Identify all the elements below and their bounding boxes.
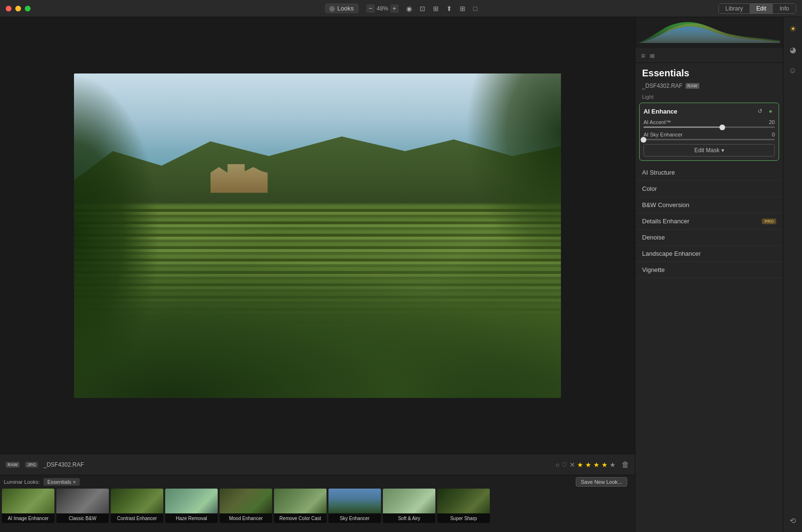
panel-item-ai-structure[interactable]: AI Structure <box>635 165 783 181</box>
jpg-badge: JPG <box>25 462 38 468</box>
ai-structure-label: AI Structure <box>642 169 675 176</box>
looks-button[interactable]: ◎ Looks <box>325 3 359 13</box>
ai-accent-label: AI Accent™ <box>644 119 671 125</box>
panel-tabs: ≡ ≣ <box>635 48 783 63</box>
zoom-level: 48% <box>377 5 388 12</box>
ai-enhance-title: AI Enhance <box>644 108 677 115</box>
star-1[interactable]: ★ <box>577 461 583 469</box>
panel-item-denoise[interactable]: Denoise <box>635 229 783 246</box>
zoom-plus-button[interactable]: + <box>390 4 399 13</box>
filmstrip-item-sky-enhancer[interactable]: Sky Enhancer <box>328 489 381 523</box>
panel-item-color[interactable]: Color <box>635 181 783 197</box>
filmstrip-thumb <box>437 489 490 513</box>
monitor-icon[interactable]: □ <box>473 5 477 12</box>
ai-sky-slider[interactable] <box>644 139 775 140</box>
bottom-bar: RAW JPG _DSF4302.RAF ○ ♡ ✕ ★ ★ ★ ★ ★ 🗑 <box>0 454 635 475</box>
essentials-title: Essentials <box>635 63 783 81</box>
tab-edit[interactable]: Edit <box>749 4 773 13</box>
save-new-look-button[interactable]: Save New Look... <box>576 477 627 487</box>
filmstrip-item-remove-color-cast[interactable]: Remove Color Cast <box>274 489 327 523</box>
eye-icon[interactable]: ◉ <box>406 5 412 12</box>
looks-icon: ◎ <box>329 5 335 12</box>
filmstrip-thumb <box>274 489 327 513</box>
compare-icon[interactable]: ⊞ <box>433 5 439 12</box>
ai-enhance-toggle-button[interactable]: ● <box>766 107 775 115</box>
grid-icon[interactable]: ⊞ <box>460 5 465 12</box>
share-icon[interactable]: ⬆ <box>446 5 452 12</box>
titlebar-right: Library Edit Info <box>718 3 796 14</box>
traffic-lights <box>6 6 31 11</box>
maximize-button[interactable] <box>25 6 31 11</box>
main-photo <box>74 73 561 398</box>
filmstrip-label: AI Image Enhancer <box>2 513 54 523</box>
zoom-controls: − 48% + <box>366 4 399 13</box>
star-2[interactable]: ★ <box>585 461 591 469</box>
panel-item-details-enhancer[interactable]: Details Enhancer PRO <box>635 213 783 229</box>
sun-icon[interactable]: ☀ <box>786 22 800 35</box>
filmstrip-thumb <box>165 489 218 513</box>
panel-item-landscape-enhancer[interactable]: Landscape Enhancer <box>635 246 783 262</box>
light-section-label: Light <box>635 92 783 101</box>
filmstrip-thumb <box>2 489 54 513</box>
face-icon[interactable]: ☺ <box>786 64 800 77</box>
filmstrip-item-haze-removal[interactable]: Haze Removal <box>165 489 218 523</box>
filmstrip-header: Luminar Looks: Essentials × Save New Loo… <box>0 475 635 489</box>
image-viewer[interactable] <box>0 17 635 454</box>
star-4[interactable]: ★ <box>602 461 608 469</box>
star-3[interactable]: ★ <box>593 461 600 469</box>
ai-sky-thumb[interactable] <box>641 137 646 143</box>
ai-accent-thumb[interactable] <box>719 125 725 130</box>
essentials-panel[interactable]: Essentials _DSF4302.RAF RAW Light AI Enh… <box>635 63 783 532</box>
file-info: _DSF4302.RAF RAW <box>635 81 783 92</box>
edit-mask-button[interactable]: Edit Mask ▾ <box>644 144 775 156</box>
history-icon[interactable]: ⟲ <box>786 514 800 527</box>
filmstrip-item-ai-image-enhancer[interactable]: AI Image Enhancer <box>2 489 54 523</box>
ai-accent-slider[interactable] <box>644 126 775 128</box>
ai-sky-label-row: AI Sky Enhancer 0 <box>644 132 775 137</box>
bw-conversion-label: B&W Conversion <box>642 201 689 209</box>
filmstrip-thumb <box>328 489 381 513</box>
filmstrip-label: Super Sharp <box>437 513 490 523</box>
filmstrip-thumb <box>383 489 435 513</box>
rating-stars[interactable]: ○ ♡ ✕ ★ ★ ★ ★ ★ 🗑 <box>556 460 629 469</box>
panel-item-vignette[interactable]: Vignette <box>635 262 783 278</box>
filmstrip: Luminar Looks: Essentials × Save New Loo… <box>0 475 635 532</box>
sliders-icon: ≣ <box>649 51 655 60</box>
ai-enhance-reset-button[interactable]: ↺ <box>756 107 764 115</box>
filmstrip-item-contrast-enhancer[interactable]: Contrast Enhancer <box>111 489 163 523</box>
layers-icon: ≡ <box>641 52 645 60</box>
delete-icon[interactable]: 🗑 <box>622 460 629 469</box>
tab-info[interactable]: Info <box>773 4 796 13</box>
zoom-minus-button[interactable]: − <box>366 4 375 13</box>
filmstrip-thumb <box>111 489 163 513</box>
raw-tag-badge: RAW <box>686 83 699 89</box>
tab-library[interactable]: Library <box>719 4 750 13</box>
filmstrip-label: Contrast Enhancer <box>111 513 163 523</box>
ai-sky-value: 0 <box>772 132 775 137</box>
histogram <box>635 17 783 48</box>
vignette-label: Vignette <box>642 266 665 273</box>
filmstrip-item-mood-enhancer[interactable]: Mood Enhancer <box>220 489 272 523</box>
filmstrip-label: Classic B&W <box>56 513 109 523</box>
close-button[interactable] <box>6 6 11 11</box>
split-view-icon[interactable]: ⊡ <box>420 5 425 12</box>
filmstrip-item-classic-bw[interactable]: Classic B&W <box>56 489 109 523</box>
denoise-label: Denoise <box>642 234 665 241</box>
details-enhancer-label: Details Enhancer <box>642 218 689 225</box>
essentials-tab-button[interactable]: Essentials × <box>43 478 80 486</box>
filmstrip-label: Sky Enhancer <box>328 513 381 523</box>
palette-icon[interactable]: ◕ <box>786 43 800 56</box>
star-5[interactable]: ★ <box>610 461 616 469</box>
minimize-button[interactable] <box>15 6 21 11</box>
file-name-label: _DSF4302.RAF <box>642 83 683 89</box>
titlebar-center: ◎ Looks − 48% + ◉ ⊡ ⊞ ⬆ ⊞ □ <box>325 3 477 13</box>
content-area: RAW JPG _DSF4302.RAF ○ ♡ ✕ ★ ★ ★ ★ ★ 🗑 L… <box>0 17 635 532</box>
ai-accent-slider-row: AI Accent™ 20 <box>644 119 775 128</box>
titlebar: ◎ Looks − 48% + ◉ ⊡ ⊞ ⬆ ⊞ □ Library Edit… <box>0 0 802 17</box>
looks-label: Looks <box>337 5 354 12</box>
main-layout: RAW JPG _DSF4302.RAF ○ ♡ ✕ ★ ★ ★ ★ ★ 🗑 L… <box>0 17 802 532</box>
right-panel: ≡ ≣ Essentials _DSF4302.RAF RAW Light AI… <box>635 17 783 532</box>
filmstrip-item-super-sharp[interactable]: Super Sharp <box>437 489 490 523</box>
panel-item-bw-conversion[interactable]: B&W Conversion <box>635 197 783 213</box>
filmstrip-item-soft-airy[interactable]: Soft & Airy <box>383 489 435 523</box>
